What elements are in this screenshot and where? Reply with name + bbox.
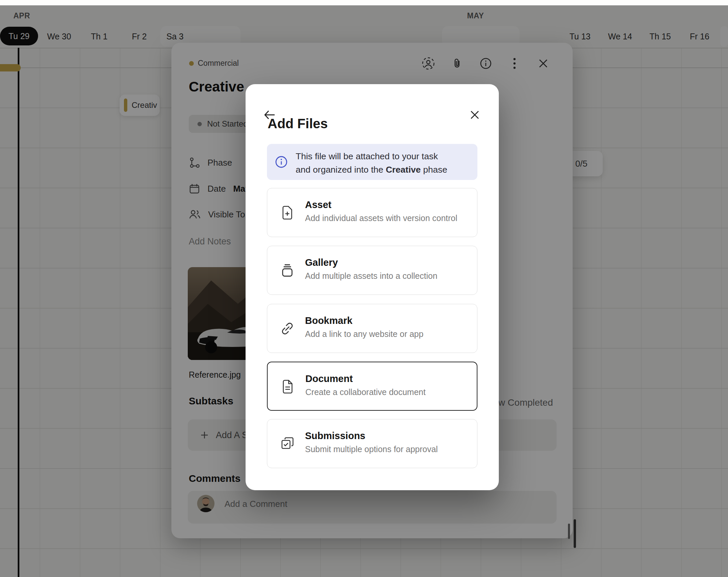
option-description: Add a link to any website or app: [305, 329, 423, 339]
option-description: Add multiple assets into a collection: [305, 271, 437, 281]
close-icon: [469, 109, 480, 120]
option-card-document[interactable]: Document Create a collaborative document: [267, 362, 477, 411]
option-title: Asset: [305, 199, 332, 210]
option-title: Document: [305, 373, 353, 384]
copy-check-icon: [280, 436, 295, 451]
top-strip: [0, 0, 728, 5]
app-root: APR MAY Tu 29 We 30 Th 1 Fr 2 Sa 3 Tu 13…: [0, 0, 728, 577]
modal-close-button[interactable]: [467, 107, 483, 123]
info-banner: This file will be attached to your task …: [267, 144, 477, 180]
add-files-modal: Add Files This file will be attached to …: [245, 84, 499, 490]
option-card-submissions[interactable]: Submissions Submit multiple options for …: [267, 419, 477, 468]
option-description: Add individual assets with version contr…: [305, 213, 458, 223]
modal-title: Add Files: [268, 116, 328, 131]
option-description: Submit multiple options for approval: [305, 444, 438, 454]
option-title: Gallery: [305, 257, 338, 268]
link-icon: [280, 321, 295, 336]
option-title: Submissions: [305, 431, 365, 441]
document-icon: [280, 379, 295, 394]
option-title: Bookmark: [305, 315, 353, 326]
info-banner-text: This file will be attached to your task …: [296, 149, 447, 176]
stack-icon: [280, 263, 295, 278]
option-description: Create a collaborative document: [305, 387, 426, 397]
option-card-asset[interactable]: Asset Add individual assets with version…: [267, 188, 477, 237]
option-card-gallery[interactable]: Gallery Add multiple assets into a colle…: [267, 246, 477, 295]
file-plus-icon: [280, 205, 295, 220]
info-circle-icon: [274, 155, 288, 169]
option-card-bookmark[interactable]: Bookmark Add a link to any website or ap…: [267, 304, 477, 353]
